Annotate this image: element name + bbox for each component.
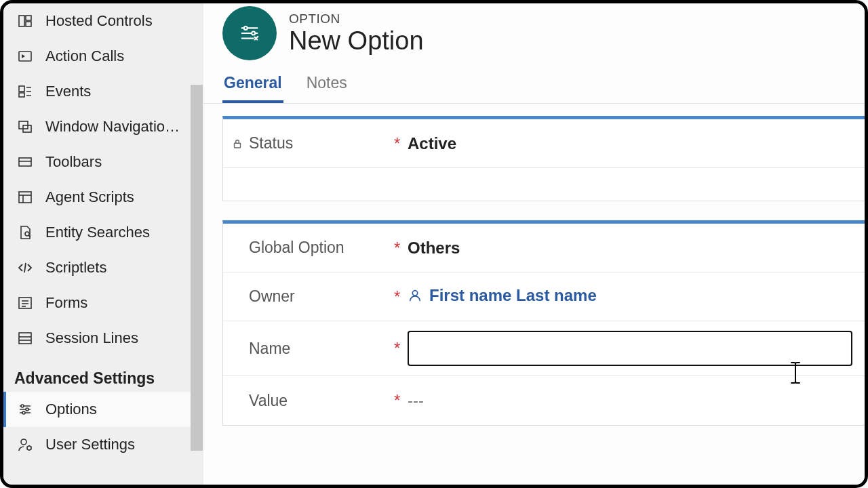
sidebar-item-label: Forms (45, 294, 203, 312)
tab-bar: General Notes (203, 67, 865, 104)
field-value-owner[interactable]: First name Last name (408, 286, 852, 307)
events-icon (17, 83, 33, 100)
field-label-text: Status (249, 134, 293, 152)
field-row-status: Status * Active (223, 119, 865, 168)
svg-point-29 (27, 446, 31, 450)
sidebar-item-action-calls[interactable]: Action Calls (3, 39, 203, 74)
sidebar-item-entity-searches[interactable]: Entity Searches (3, 215, 203, 250)
field-label-text: Name (249, 340, 290, 358)
panel-status-spacer (223, 168, 865, 201)
action-calls-icon (17, 48, 33, 64)
field-label-global-option: Global Option (231, 239, 394, 257)
svg-point-26 (26, 408, 28, 411)
field-label-text: Value (249, 392, 288, 410)
main-content: OPTION New Option General Notes Status * (203, 3, 865, 485)
hosted-controls-icon (17, 13, 33, 29)
sidebar-item-label: Entity Searches (45, 224, 203, 241)
form-content: Status * Active Global Option * Others (203, 104, 865, 485)
page-header-text: OPTION New Option (289, 12, 424, 56)
session-lines-icon (17, 330, 33, 346)
lock-icon (231, 138, 243, 150)
page-header: OPTION New Option (203, 3, 865, 67)
required-marker: * (394, 339, 408, 358)
field-row-owner: Owner * First name Last name (223, 272, 865, 321)
tab-general[interactable]: General (222, 67, 283, 103)
required-marker: * (394, 287, 408, 306)
forms-icon (17, 295, 33, 311)
sidebar-item-label: Toolbars (45, 153, 203, 171)
sidebar-item-events[interactable]: Events (3, 74, 203, 109)
agent-scripts-icon (17, 189, 33, 205)
window-nav-icon (17, 119, 33, 135)
svg-point-35 (412, 291, 417, 296)
svg-point-25 (21, 405, 24, 407)
sidebar-item-label: Window Navigatio… (45, 118, 203, 136)
field-row-global-option: Global Option * Others (223, 224, 865, 272)
sidebar-item-agent-scripts[interactable]: Agent Scripts (3, 180, 203, 215)
sidebar-item-forms[interactable]: Forms (3, 285, 203, 321)
svg-point-31 (244, 26, 248, 30)
app-window: Hosted Controls Action Calls Events Wind… (0, 0, 868, 488)
sidebar-item-scriptlets[interactable]: Scriptlets (3, 250, 203, 285)
person-icon (408, 288, 422, 303)
svg-rect-2 (26, 22, 31, 26)
entity-search-icon (17, 224, 33, 241)
sidebar-item-options[interactable]: Options (3, 392, 203, 427)
owner-link[interactable]: First name Last name (408, 286, 597, 305)
svg-point-28 (21, 439, 26, 445)
svg-rect-8 (19, 158, 31, 166)
field-label-name: Name (231, 340, 394, 358)
sidebar-nav-list: Hosted Controls Action Calls Events Wind… (3, 3, 203, 356)
sidebar-item-label: Hosted Controls (45, 12, 203, 30)
sidebar-item-window-navigation[interactable]: Window Navigatio… (3, 109, 203, 144)
toolbars-icon (17, 154, 33, 170)
options-icon (17, 401, 33, 418)
field-value-status[interactable]: Active (408, 134, 852, 153)
svg-rect-19 (19, 333, 31, 344)
field-row-name: Name * (223, 321, 865, 376)
field-label-status: Status (231, 134, 394, 152)
svg-rect-4 (19, 86, 24, 92)
sidebar-item-session-lines[interactable]: Session Lines (3, 321, 203, 356)
field-label-text: Owner (249, 287, 295, 306)
owner-name: First name Last name (429, 286, 597, 305)
sidebar-item-hosted-controls[interactable]: Hosted Controls (3, 3, 203, 39)
tab-notes[interactable]: Notes (305, 67, 349, 103)
sidebar-item-toolbars[interactable]: Toolbars (3, 144, 203, 180)
sidebar-section-header: Advanced Settings (3, 356, 203, 392)
sidebar-item-label: Events (45, 83, 203, 100)
field-label-value: Value (231, 392, 394, 410)
svg-rect-1 (26, 16, 31, 20)
sidebar-item-label: Agent Scripts (45, 188, 203, 206)
required-marker: * (394, 239, 408, 258)
field-label-text: Global Option (249, 239, 344, 257)
svg-rect-5 (19, 93, 24, 97)
option-entity-icon (222, 6, 277, 60)
field-value-name (408, 331, 852, 366)
field-value-global-option[interactable]: Others (408, 239, 852, 258)
panel-details: Global Option * Others Owner * (222, 220, 865, 426)
svg-point-33 (252, 32, 255, 35)
page-title: New Option (289, 26, 424, 56)
required-marker: * (394, 391, 408, 410)
svg-rect-34 (235, 143, 241, 148)
svg-point-27 (22, 411, 25, 414)
field-row-value: Value * --- (223, 376, 865, 425)
sidebar-item-label: Action Calls (45, 47, 203, 65)
name-input[interactable] (408, 331, 852, 366)
sidebar: Hosted Controls Action Calls Events Wind… (3, 3, 203, 485)
sidebar-item-label: User Settings (45, 436, 203, 453)
scriptlets-icon (17, 260, 33, 276)
required-marker: * (394, 134, 408, 153)
sidebar-advanced-list: Options User Settings (3, 392, 203, 462)
panel-status: Status * Active (222, 116, 865, 201)
sidebar-item-user-settings[interactable]: User Settings (3, 427, 203, 462)
field-label-owner: Owner (231, 287, 394, 306)
sidebar-item-label: Options (45, 401, 203, 418)
user-settings-icon (17, 436, 33, 453)
field-value-value[interactable]: --- (408, 391, 852, 410)
svg-rect-0 (19, 16, 24, 26)
svg-rect-10 (19, 192, 31, 203)
entity-type-label: OPTION (289, 12, 424, 26)
sidebar-item-label: Scriptlets (45, 259, 203, 277)
